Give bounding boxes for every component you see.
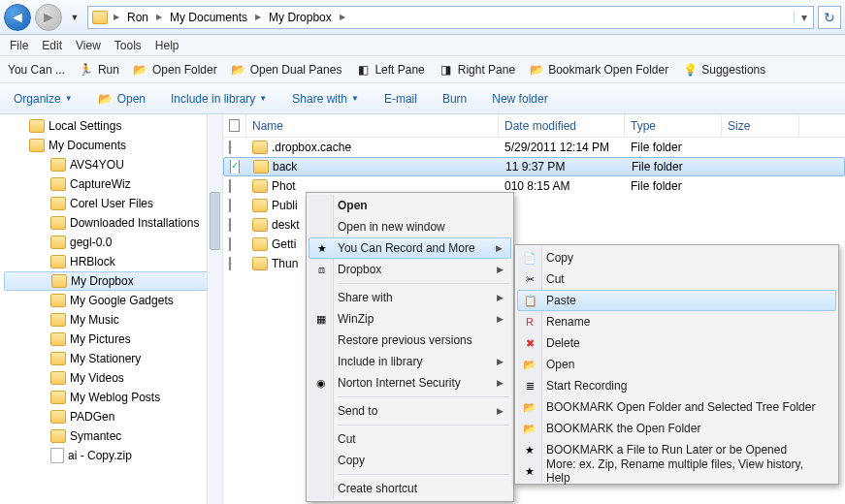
chevron-right-icon[interactable]: ▶ — [253, 13, 263, 21]
breadcrumb[interactable]: Ron — [121, 7, 154, 28]
row-checkbox[interactable] — [229, 218, 231, 232]
include-in-library-button[interactable]: Include in library ▼ — [171, 92, 267, 106]
row-checkbox[interactable] — [229, 141, 231, 154]
left-pane-button[interactable]: ◧Left Pane — [355, 62, 424, 78]
menu-item[interactable]: Include in library▶ — [309, 351, 511, 372]
submenu-item[interactable]: ✖Delete — [517, 332, 836, 354]
tree-item[interactable]: My Google Gadgets — [0, 291, 222, 310]
menu-file[interactable]: File — [10, 39, 28, 52]
name-column[interactable]: Name — [246, 114, 499, 137]
folder-icon — [50, 216, 66, 230]
dual-panes-button[interactable]: 📂Open Dual Panes — [231, 62, 342, 78]
history-dropdown[interactable]: ▼ — [66, 10, 83, 25]
tree-item[interactable]: My Weblog Posts — [0, 388, 222, 407]
menu-item[interactable]: Open in new window — [309, 216, 511, 237]
menu-item[interactable]: Copy — [309, 450, 511, 471]
folder-icon: 📂 — [133, 62, 148, 78]
menu-item[interactable]: Send to▶ — [309, 400, 511, 422]
bookmark-open-folder-button[interactable]: 📂Bookmark Open Folder — [529, 62, 668, 78]
tree-item[interactable]: Local Settings — [0, 116, 222, 136]
submenu-item[interactable]: 📂BOOKMARK Open Folder and Selected Tree … — [517, 396, 836, 418]
refresh-button[interactable]: ↻ — [818, 6, 841, 29]
cell-date: 11 9:37 PM — [500, 160, 626, 173]
tree-item[interactable]: CaptureWiz — [0, 174, 222, 194]
tree-item[interactable]: Symantec — [0, 426, 222, 446]
tree-item[interactable]: My Videos — [0, 368, 222, 388]
row-checkbox[interactable] — [229, 199, 231, 212]
burn-button[interactable]: Burn — [442, 92, 467, 106]
menu-item[interactable]: ◉Norton Internet Security▶ — [309, 372, 511, 394]
scroll-thumb[interactable] — [210, 192, 220, 250]
run-button[interactable]: 🏃Run — [79, 62, 119, 78]
row-checkbox[interactable] — [229, 257, 231, 270]
tree-item-label: Corel User Files — [70, 197, 153, 210]
menu-tools[interactable]: Tools — [114, 39, 142, 52]
back-button[interactable]: ◄ — [4, 4, 31, 31]
menu-edit[interactable]: Edit — [42, 39, 62, 52]
submenu-item[interactable]: 📋Paste — [517, 290, 836, 311]
table-row[interactable]: .dropbox.cache5/29/2011 12:14 PMFile fol… — [223, 138, 845, 157]
tree-item[interactable]: PADGen — [0, 407, 222, 426]
tree-item[interactable]: Downloaded Installations — [0, 213, 222, 233]
menu-item[interactable]: ⧈Dropbox▶ — [309, 259, 511, 280]
menu-item[interactable]: Create shortcut — [309, 478, 511, 499]
menu-item[interactable]: Share with▶ — [309, 287, 511, 308]
tree-item[interactable]: AVS4YOU — [0, 155, 222, 174]
you-can-button[interactable]: You Can ... — [8, 63, 65, 77]
submenu-item[interactable]: 📂BOOKMARK the Open Folder — [517, 418, 836, 439]
submenu-item[interactable]: ★More: ex. Zip, Rename multiple files, V… — [517, 460, 836, 482]
submenu-item[interactable]: ✂Cut — [517, 268, 836, 290]
chevron-right-icon[interactable]: ▶ — [154, 13, 164, 21]
menu-item-icon: ★ — [522, 463, 537, 479]
menu-item[interactable]: ★You Can Record and More▶ — [309, 237, 511, 259]
checkbox-column[interactable] — [223, 114, 246, 137]
menu-item[interactable]: ▦WinZip▶ — [309, 308, 511, 330]
submenu-item[interactable]: ≣Start Recording — [517, 375, 836, 396]
size-column[interactable]: Size — [722, 114, 799, 137]
chevron-right-icon[interactable]: ▶ — [338, 13, 347, 21]
row-checkbox[interactable] — [229, 179, 231, 193]
suggestions-button[interactable]: 💡Suggestions — [682, 62, 765, 78]
address-bar[interactable]: ▶ Ron ▶ My Documents ▶ My Dropbox ▶ ▾ — [87, 6, 814, 29]
tree-item[interactable]: My Stationery — [0, 349, 222, 368]
open-folder-button[interactable]: 📂Open Folder — [133, 62, 217, 78]
email-button[interactable]: E-mail — [384, 92, 417, 106]
chevron-right-icon[interactable]: ▶ — [112, 13, 121, 21]
menu-item[interactable]: Open — [309, 195, 511, 216]
breadcrumb[interactable]: My Dropbox — [263, 7, 338, 28]
folder-icon — [50, 177, 66, 191]
cell-type: File folder — [626, 160, 723, 173]
dual-panes-icon: 📂 — [231, 62, 246, 78]
submenu-item[interactable]: RRename — [517, 311, 836, 332]
row-checkbox[interactable] — [230, 160, 240, 173]
open-button[interactable]: 📂Open — [98, 91, 146, 107]
tree-item[interactable]: ai - Copy.zip — [0, 446, 222, 465]
date-column[interactable]: Date modified — [499, 114, 625, 137]
tree-item[interactable]: My Music — [0, 310, 222, 330]
breadcrumb[interactable]: My Documents — [164, 7, 253, 28]
organize-button[interactable]: Organize ▼ — [14, 92, 73, 106]
table-row[interactable]: back11 9:37 PMFile folder — [223, 157, 845, 176]
share-with-button[interactable]: Share with ▼ — [292, 92, 359, 106]
menu-item[interactable]: Cut — [309, 428, 511, 450]
tree-item[interactable]: Corel User Files — [0, 194, 222, 213]
menu-item-label: BOOKMARK the Open Folder — [546, 422, 700, 435]
tree-item[interactable]: gegl-0.0 — [0, 233, 222, 252]
submenu-item[interactable]: 📄Copy — [517, 247, 836, 268]
tree-item[interactable]: My Dropbox — [4, 271, 218, 291]
right-pane-button[interactable]: ◨Right Pane — [439, 62, 515, 78]
submenu-item[interactable]: 📂Open — [517, 354, 836, 375]
menu-view[interactable]: View — [76, 39, 101, 52]
tree-item[interactable]: My Documents — [0, 136, 222, 155]
menu-item[interactable]: Restore previous versions — [309, 330, 511, 351]
tree-item[interactable]: HRBlock — [0, 252, 222, 271]
address-history-dropdown[interactable]: ▾ — [794, 11, 813, 24]
tree-item[interactable]: My Pictures — [0, 330, 222, 349]
row-checkbox[interactable] — [229, 237, 231, 251]
type-column[interactable]: Type — [625, 114, 722, 137]
menu-item-label: BOOKMARK a File to Run Later or be Opene… — [546, 443, 787, 457]
menu-item-label: Copy — [546, 251, 573, 265]
menu-help[interactable]: Help — [155, 39, 179, 52]
tree-scrollbar[interactable] — [207, 114, 222, 504]
new-folder-button[interactable]: New folder — [492, 92, 547, 106]
